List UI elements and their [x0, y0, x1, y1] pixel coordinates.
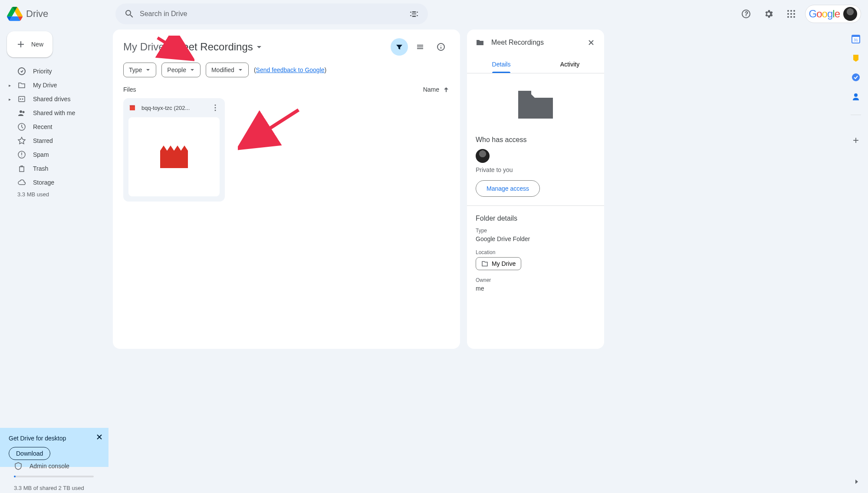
calendar-icon[interactable]: 31: [852, 35, 860, 43]
drive-folder-icon: [17, 81, 26, 89]
chevron-down-icon: [190, 67, 195, 73]
people-chip[interactable]: People: [161, 63, 201, 77]
svg-rect-23: [518, 91, 531, 96]
apps-grid-icon: [786, 9, 796, 19]
nav-label: Spam: [33, 151, 49, 158]
manage-access-button[interactable]: Manage access: [476, 180, 540, 197]
breadcrumb-root[interactable]: My Drive: [123, 41, 164, 53]
collapse-panel-button[interactable]: [852, 477, 861, 486]
new-button[interactable]: New: [7, 31, 53, 57]
access-avatar[interactable]: [476, 149, 490, 163]
logo-area[interactable]: Drive: [7, 6, 111, 22]
type-value: Google Drive Folder: [476, 235, 595, 242]
help-button[interactable]: [737, 5, 755, 23]
sidebar-item-my-drive[interactable]: My Drive: [7, 78, 104, 92]
feedback-link[interactable]: Send feedback to Google: [256, 66, 325, 73]
tab-activity[interactable]: Activity: [536, 56, 604, 73]
details-close-button[interactable]: [587, 38, 595, 47]
svg-point-12: [22, 99, 23, 100]
svg-point-0: [787, 10, 789, 12]
svg-point-4: [790, 13, 792, 15]
files-section-title: Files: [123, 86, 136, 93]
chevron-right-icon: [852, 477, 861, 486]
promo-close-button[interactable]: [95, 433, 103, 441]
sidebar-item-storage[interactable]: Storage: [7, 175, 104, 189]
side-panel: 31 +: [844, 30, 868, 146]
storage-summary-text: 3.3 MB of shared 2 TB used: [14, 485, 84, 491]
contacts-icon[interactable]: [852, 92, 860, 101]
arrow-up-icon: [443, 86, 450, 93]
more-icon[interactable]: [211, 103, 220, 112]
svg-rect-10: [19, 96, 25, 102]
sidebar-item-shared-with-me[interactable]: Shared with me: [7, 106, 104, 120]
nav-label: My Drive: [33, 82, 57, 89]
folder-details-heading: Folder details: [476, 215, 595, 222]
tasks-icon[interactable]: [852, 73, 860, 82]
help-icon: [741, 9, 751, 19]
desktop-promo-card: Get Drive for desktop Download: [0, 428, 108, 467]
details-panel: Meet Recordings Details Activity Who has…: [467, 30, 604, 349]
nav-label: Priority: [33, 68, 52, 75]
svg-rect-18: [130, 106, 135, 110]
breadcrumb-current[interactable]: Meet Recordings: [174, 41, 263, 53]
svg-point-19: [215, 105, 216, 106]
file-name: bqq-toyx-tzc (202...: [141, 105, 206, 111]
sidebar-item-spam[interactable]: Spam: [7, 148, 104, 162]
star-icon: [17, 136, 26, 145]
info-button[interactable]: [432, 38, 450, 56]
search-icon: [124, 9, 135, 19]
sidebar-item-priority[interactable]: Priority: [7, 64, 104, 78]
search-input[interactable]: [140, 10, 409, 18]
video-icon-large: [160, 146, 188, 168]
svg-point-27: [852, 73, 860, 81]
spam-icon: [17, 150, 26, 159]
access-section: Who has access Private to you Manage acc…: [467, 136, 604, 205]
location-chip[interactable]: My Drive: [476, 257, 521, 270]
trash-icon: [17, 164, 26, 173]
svg-rect-22: [160, 151, 188, 168]
search-options-icon[interactable]: [409, 9, 419, 19]
keep-icon[interactable]: [852, 54, 860, 63]
plus-icon: [16, 39, 26, 50]
chevron-right-icon: ›: [168, 42, 171, 52]
settings-button[interactable]: [760, 5, 777, 23]
chevron-down-icon: [238, 67, 243, 73]
type-chip[interactable]: Type: [123, 63, 156, 77]
sidebar-item-recent[interactable]: Recent: [7, 120, 104, 134]
promo-download-button[interactable]: Download: [9, 447, 50, 460]
google-account-button[interactable]: Google: [805, 5, 861, 23]
tab-details[interactable]: Details: [467, 56, 536, 73]
details-tabs: Details Activity: [467, 56, 604, 73]
app-name: Drive: [26, 8, 48, 20]
close-icon: [587, 38, 595, 47]
file-card[interactable]: bqq-toyx-tzc (202...: [123, 98, 225, 202]
add-addon-button[interactable]: +: [853, 134, 859, 146]
storage-used-text: 3.3 MB used: [17, 191, 104, 198]
nav-label: Storage: [33, 179, 54, 186]
shared-drives-icon: [17, 95, 26, 103]
admin-console-link[interactable]: Admin console: [14, 462, 69, 470]
modified-chip[interactable]: Modified: [206, 63, 249, 77]
sidebar-item-shared-drives[interactable]: Shared drives: [7, 92, 104, 106]
svg-point-20: [215, 107, 216, 109]
video-icon: [128, 104, 136, 112]
svg-text:31: 31: [854, 38, 858, 42]
admin-label: Admin console: [30, 463, 69, 470]
dropdown-icon: [255, 43, 263, 51]
search-bar[interactable]: [115, 3, 428, 24]
sidebar-item-trash[interactable]: Trash: [7, 162, 104, 175]
svg-point-28: [854, 93, 858, 97]
svg-point-8: [793, 16, 795, 18]
owner-value: me: [476, 285, 595, 292]
sidebar-item-starred[interactable]: Starred: [7, 134, 104, 148]
breadcrumb-current-label: Meet Recordings: [174, 41, 253, 53]
sort-label: Name: [423, 86, 439, 93]
clock-icon: [17, 122, 26, 131]
new-button-label: New: [31, 41, 43, 48]
list-view-button[interactable]: [411, 38, 429, 56]
drive-logo-icon: [7, 6, 23, 22]
filter-button[interactable]: [391, 38, 408, 56]
apps-button[interactable]: [783, 5, 800, 23]
filter-icon: [395, 43, 404, 51]
sort-control[interactable]: Name: [423, 86, 450, 93]
